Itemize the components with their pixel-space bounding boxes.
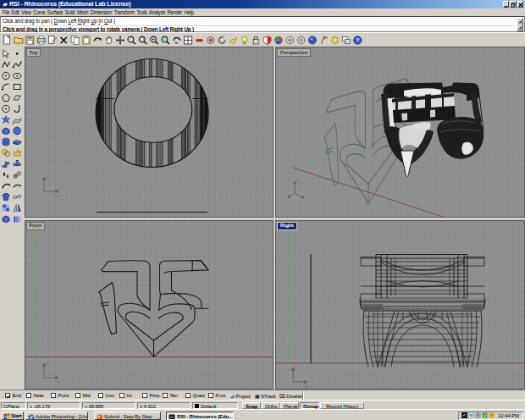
svg-text:x: x [57,193,59,198]
svg-text:?: ? [356,36,360,44]
svg-text:y: y [46,174,48,179]
svg-text:x: x [306,384,308,389]
svg-text:z: z [296,179,299,183]
svg-text:y: y [46,360,48,365]
svg-text:x: x [57,379,59,384]
svg-text:y: y [295,364,297,369]
